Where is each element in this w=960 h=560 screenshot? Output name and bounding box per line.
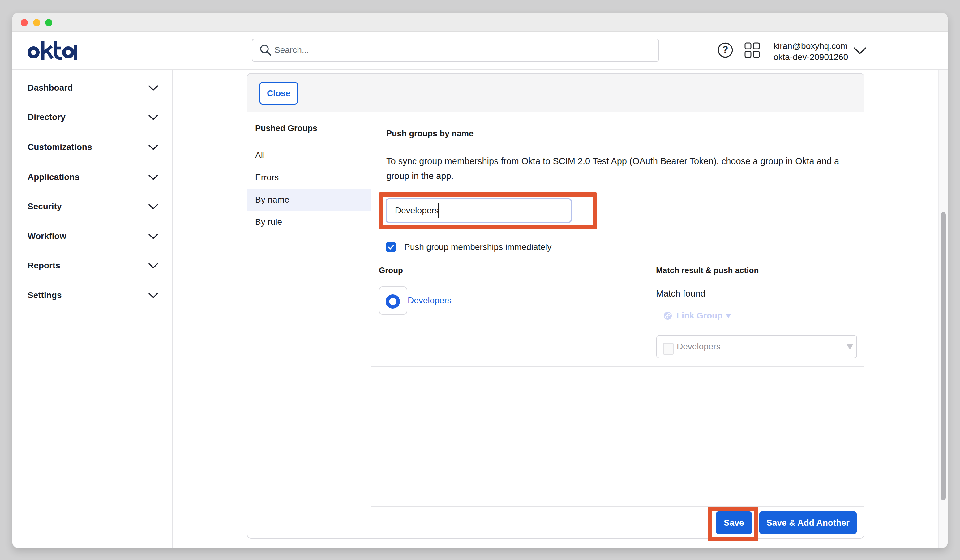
- svg-text:?: ?: [722, 44, 728, 55]
